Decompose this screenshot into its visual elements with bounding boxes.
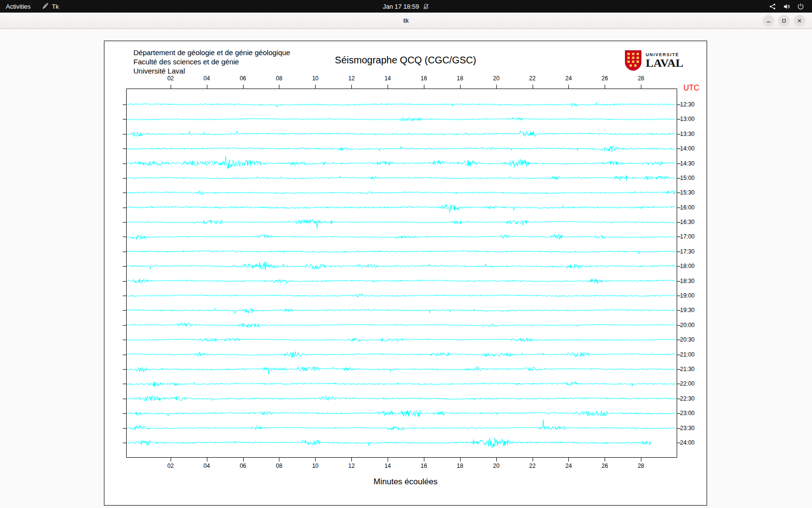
x-axis-tick-label-bottom: 28 <box>634 463 648 469</box>
window-controls <box>763 15 805 27</box>
helicorder-traces <box>126 89 677 458</box>
x-axis-tick-label-top: 24 <box>561 75 576 82</box>
utc-time-label: 22:30 <box>680 395 695 403</box>
clock-menu[interactable]: Jan 17 18:59 <box>383 0 429 13</box>
x-axis-tick-bottom <box>171 458 171 462</box>
activities-button[interactable]: Activities <box>0 0 36 13</box>
trace-tick-right <box>677 222 681 223</box>
x-axis-tick-label-top: 22 <box>525 75 540 82</box>
trace-tick-left <box>123 193 126 193</box>
utc-time-label: 21:00 <box>680 351 695 359</box>
x-axis-tick-label-top: 26 <box>597 75 612 82</box>
x-axis-tick-top <box>605 85 605 89</box>
x-axis-tick-bottom <box>424 458 424 462</box>
trace-tick-right <box>677 178 681 179</box>
trace-tick-left <box>123 164 126 164</box>
x-axis-tick-bottom <box>243 458 244 462</box>
close-button[interactable] <box>794 15 805 27</box>
utc-time-label: 13:00 <box>680 115 695 123</box>
x-axis-tick-label-top: 08 <box>272 75 286 82</box>
x-axis-tick-label-bottom: 16 <box>417 463 431 469</box>
page-title: Séismographe QCQ (CGC/GSC) <box>104 55 707 66</box>
trace-tick-left <box>123 105 126 105</box>
trace-tick-right <box>677 296 681 296</box>
trace-tick-left <box>123 281 126 282</box>
x-axis-tick-label-bottom: 26 <box>597 463 612 469</box>
x-axis-tick-top <box>207 85 207 89</box>
trace-tick-left <box>123 310 126 311</box>
minimize-icon <box>766 18 771 24</box>
do-not-disturb-icon <box>423 3 429 10</box>
trace-tick-right <box>677 208 681 208</box>
trace-tick-left <box>123 428 126 429</box>
trace-tick-right <box>677 355 681 355</box>
utc-time-label: 16:30 <box>680 218 695 226</box>
maximize-button[interactable] <box>778 15 790 27</box>
x-axis-tick-top <box>315 85 316 89</box>
x-axis-tick-top <box>496 85 497 89</box>
x-axis-tick-label-bottom: 04 <box>200 463 214 469</box>
trace-tick-left <box>123 384 126 384</box>
seismograph-canvas: Département de géologie et de génie géol… <box>104 41 707 506</box>
trace-tick-right <box>677 193 681 193</box>
x-axis-tick-top <box>424 85 424 89</box>
x-axis-tick-label-top: 06 <box>236 75 250 82</box>
utc-time-label: 16:00 <box>680 204 695 211</box>
utc-time-label: 14:30 <box>680 160 695 167</box>
laval-wordmark: UNIVERSITÉ LAVAL <box>646 52 683 69</box>
x-axis-tick-bottom <box>641 458 641 462</box>
x-axis-tick-label-bottom: 06 <box>236 463 250 469</box>
utc-time-label: 17:30 <box>680 248 695 255</box>
x-axis-tick-label-top: 10 <box>308 75 322 82</box>
x-axis-tick-top <box>351 85 352 89</box>
utc-axis-label: UTC <box>683 84 699 92</box>
trace-tick-left <box>123 149 126 149</box>
trace-tick-right <box>677 399 681 399</box>
laval-logo: UNIVERSITÉ LAVAL <box>624 50 683 71</box>
x-axis-tick-label-top: 18 <box>453 75 467 82</box>
utc-time-label: 23:30 <box>680 424 695 432</box>
trace-tick-right <box>677 310 681 311</box>
utc-time-label: 24:00 <box>680 439 695 447</box>
window-title: tk <box>0 13 812 29</box>
trace-tick-right <box>677 149 681 149</box>
window-titlebar[interactable]: tk <box>0 13 812 29</box>
utc-time-label: 18:30 <box>680 277 695 285</box>
trace-tick-left <box>123 296 126 296</box>
minimize-button[interactable] <box>763 15 774 27</box>
trace-tick-right <box>677 119 681 120</box>
x-axis-tick-bottom <box>568 458 569 462</box>
trace-tick-right <box>677 325 681 326</box>
x-axis-tick-label-top: 12 <box>344 75 359 82</box>
trace-tick-right <box>677 252 681 252</box>
x-axis-tick-top <box>460 85 461 89</box>
trace-tick-left <box>123 237 126 237</box>
system-status-area[interactable] <box>764 0 809 13</box>
trace-tick-left <box>123 252 126 252</box>
x-axis-tick-label-bottom: 12 <box>344 463 359 469</box>
x-axis-tick-top <box>279 85 279 89</box>
trace-tick-right <box>677 134 681 134</box>
trace-tick-right <box>677 237 681 237</box>
utc-time-label: 21:30 <box>680 365 695 373</box>
activities-label: Activities <box>6 3 30 10</box>
x-axis-tick-top <box>243 85 244 89</box>
institution-line-3: Université Laval <box>133 66 290 75</box>
laval-wordmark-bottom: LAVAL <box>646 57 683 69</box>
trace-tick-left <box>123 178 126 179</box>
focused-app-menu[interactable]: Tk <box>36 0 64 13</box>
trace-tick-left <box>123 266 126 267</box>
x-axis-tick-bottom <box>533 458 533 462</box>
trace-tick-left <box>123 399 126 399</box>
trace-tick-left <box>123 325 126 326</box>
x-axis-tick-top <box>388 85 388 89</box>
x-axis-tick-label-bottom: 22 <box>525 463 540 469</box>
x-axis-tick-top <box>171 85 171 89</box>
utc-time-label: 20:00 <box>680 321 695 329</box>
trace-tick-left <box>123 369 126 370</box>
x-axis-tick-label-top: 20 <box>489 75 504 82</box>
trace-tick-right <box>677 413 681 414</box>
x-axis-tick-top <box>533 85 533 89</box>
x-axis-tick-label-top: 16 <box>417 75 431 82</box>
x-axis-tick-label-bottom: 24 <box>561 463 576 469</box>
